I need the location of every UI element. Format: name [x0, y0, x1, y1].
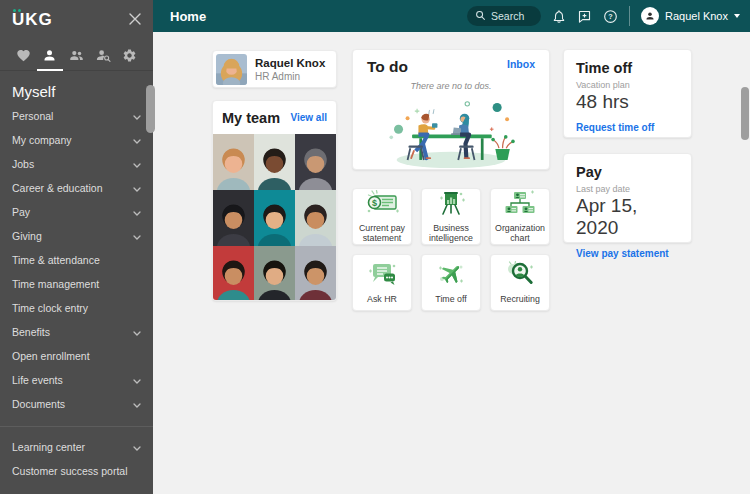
chat-bubbles-icon — [366, 261, 398, 291]
profile-photo — [216, 54, 247, 85]
profile-role: HR Admin — [255, 71, 325, 82]
todo-illustration — [367, 93, 535, 169]
main-scrollbar-thumb[interactable] — [741, 87, 749, 140]
team-photo[interactable] — [295, 190, 336, 246]
team-photo[interactable] — [213, 190, 254, 246]
chevron-down-icon — [133, 230, 141, 242]
chevron-down-icon — [133, 398, 141, 410]
sidebar-menu: PersonalMy companyJobsCareer & education… — [0, 104, 153, 416]
close-icon[interactable] — [129, 13, 141, 27]
sidebar-item-jobs[interactable]: Jobs — [0, 152, 153, 176]
sidebar-item-benefits[interactable]: Benefits — [0, 320, 153, 344]
org-chart-icon — [504, 190, 536, 220]
person-search-icon[interactable] — [90, 41, 117, 70]
tile-organization-chart[interactable]: Organization chart — [490, 188, 550, 245]
sidebar-item-my-company[interactable]: My company — [0, 128, 153, 152]
heart-icon[interactable] — [10, 41, 37, 70]
sidebar-scrollbar-thumb[interactable] — [146, 85, 155, 133]
people-icon[interactable] — [63, 41, 90, 70]
search-icon — [475, 10, 486, 23]
sidebar-item-customer-success-portal[interactable]: Customer success portal — [0, 459, 153, 483]
tile-business-intelligence[interactable]: Business intelligence — [421, 188, 481, 245]
todo-empty-message: There are no to dos. — [367, 81, 535, 91]
sidebar: UKG Myself PersonalMy companyJobsCareer … — [0, 0, 153, 494]
chevron-down-icon — [133, 110, 141, 122]
chat-add-icon[interactable] — [577, 9, 592, 24]
sidebar-item-life-events[interactable]: Life events — [0, 368, 153, 392]
chevron-down-icon — [133, 206, 141, 218]
chevron-down-icon — [133, 182, 141, 194]
sidebar-item-personal[interactable]: Personal — [0, 104, 153, 128]
tile-recruiting[interactable]: Recruiting — [490, 254, 550, 311]
view-pay-statement-link[interactable]: View pay statement — [576, 248, 669, 259]
profile-name: Raquel Knox — [255, 56, 325, 70]
search-placeholder: Search — [491, 10, 524, 22]
main-content: Raquel Knox HR Admin My team View all — [153, 32, 750, 494]
sidebar-item-career-education[interactable]: Career & education — [0, 176, 153, 200]
time-off-card: Time off Vacation plan 48 hrs Request ti… — [563, 49, 692, 138]
chevron-down-icon — [734, 14, 740, 18]
sidebar-tab-bar — [0, 40, 153, 71]
team-photo[interactable] — [295, 246, 336, 301]
pay-statement-icon: $ — [365, 190, 399, 220]
vacation-hours-value: 48 hrs — [576, 91, 679, 113]
sidebar-item-time-management[interactable]: Time management — [0, 272, 153, 296]
tile-ask-hr[interactable]: Ask HR — [352, 254, 412, 311]
inbox-link[interactable]: Inbox — [507, 58, 535, 70]
page-title: Home — [153, 9, 206, 24]
help-icon[interactable]: ? — [603, 9, 618, 24]
topbar-divider — [629, 6, 630, 26]
topbar: Home Search ? Raquel Knox — [153, 0, 750, 32]
chevron-down-icon — [133, 134, 141, 146]
team-photo[interactable] — [254, 246, 295, 301]
team-photo[interactable] — [254, 134, 295, 190]
chevron-down-icon — [133, 158, 141, 170]
chart-easel-icon — [436, 190, 466, 220]
notifications-bell-icon[interactable] — [552, 9, 566, 24]
user-menu[interactable]: Raquel Knox — [641, 7, 740, 25]
pay-title: Pay — [576, 164, 679, 180]
sidebar-item-giving[interactable]: Giving — [0, 224, 153, 248]
sidebar-section-title: Myself — [0, 71, 153, 104]
request-time-off-link[interactable]: Request time off — [576, 122, 654, 133]
pay-card: Pay Last pay date Apr 15, 2020 View pay … — [563, 153, 692, 243]
view-all-link[interactable]: View all — [290, 112, 327, 123]
team-photo-grid — [213, 134, 336, 301]
my-team-card: My team View all — [212, 100, 337, 301]
sidebar-item-time-clock-entry[interactable]: Time clock entry — [0, 296, 153, 320]
sidebar-footer-menu: Learning centerCustomer success portal — [0, 435, 153, 483]
person-icon[interactable] — [37, 41, 64, 70]
tile-time-off[interactable]: Time off — [421, 254, 481, 311]
sidebar-item-time-attendance[interactable]: Time & attendance — [0, 248, 153, 272]
ukg-logo: UKG — [12, 10, 53, 30]
svg-text:$: $ — [372, 198, 377, 208]
sidebar-item-documents[interactable]: Documents — [0, 392, 153, 416]
sidebar-item-learning-center[interactable]: Learning center — [0, 435, 153, 459]
profile-text: Raquel Knox HR Admin — [255, 56, 325, 81]
airplane-icon — [436, 261, 466, 291]
my-team-title: My team — [222, 110, 280, 126]
svg-text:?: ? — [608, 13, 612, 21]
user-avatar-icon — [641, 7, 659, 25]
sidebar-item-pay[interactable]: Pay — [0, 200, 153, 224]
sidebar-divider — [0, 426, 153, 427]
team-photo[interactable] — [213, 246, 254, 301]
sidebar-header: UKG — [0, 0, 153, 40]
todo-card: To do Inbox There are no to dos. — [352, 49, 550, 170]
chevron-down-icon — [133, 374, 141, 386]
vacation-plan-label: Vacation plan — [576, 80, 679, 90]
time-off-title: Time off — [576, 60, 679, 76]
sidebar-item-open-enrollment[interactable]: Open enrollment — [0, 344, 153, 368]
todo-title: To do — [367, 58, 408, 76]
search-input[interactable]: Search — [467, 6, 541, 26]
search-person-icon — [505, 261, 535, 291]
team-photo[interactable] — [254, 190, 295, 246]
tile-current-pay-statement[interactable]: $ Current pay statement — [352, 188, 412, 245]
team-photo[interactable] — [295, 134, 336, 190]
team-photo[interactable] — [213, 134, 254, 190]
profile-card[interactable]: Raquel Knox HR Admin — [212, 50, 337, 88]
last-pay-date-value: Apr 15, 2020 — [576, 195, 679, 239]
gear-icon[interactable] — [116, 41, 143, 70]
logo-dots — [13, 9, 21, 12]
chevron-down-icon — [133, 441, 141, 453]
